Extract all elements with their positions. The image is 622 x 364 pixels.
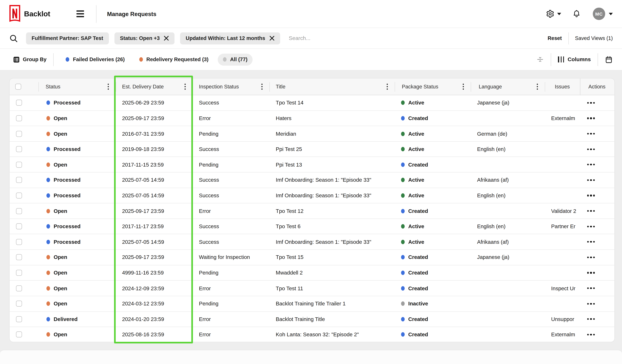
row-actions-button[interactable] [586, 131, 596, 136]
row-actions-button[interactable] [586, 270, 596, 275]
group-by-button[interactable]: Group By [13, 56, 46, 62]
row-actions-button[interactable] [586, 209, 596, 213]
est-delivery-date-value: 2024-12-09 23:59 [122, 285, 164, 291]
columns-button[interactable]: Columns [558, 57, 591, 62]
row-checkbox[interactable] [16, 270, 22, 276]
saved-views-button[interactable]: Saved Views (1) [575, 35, 613, 41]
group-by-label: Group By [23, 57, 47, 62]
column-menu-icon[interactable] [260, 83, 264, 91]
row-actions-button[interactable] [586, 100, 596, 105]
filter-chip-updated-within[interactable]: Updated Within: Last 12 months [180, 32, 280, 44]
row-checkbox[interactable] [16, 115, 22, 121]
quick-filter-redelivery-requested[interactable]: Redelivery Requested (3) [134, 54, 214, 65]
quick-filter-all[interactable]: All (77) [218, 54, 253, 65]
issues-value: Externalm [551, 332, 575, 338]
language-value: Afrikaans (af) [477, 239, 509, 245]
table-row: Open 2025-09-17 23:59 Error Tpo Test 12 … [10, 204, 614, 219]
title-value: Tpo Test 14 [276, 100, 303, 106]
row-checkbox[interactable] [16, 131, 22, 137]
filter-chip-fulfillment-partner[interactable]: Fulfillment Partner: SAP Test [26, 32, 109, 44]
reset-filters-button[interactable]: Reset [548, 35, 562, 41]
user-menu-button[interactable]: MC [593, 8, 613, 20]
row-height-icon[interactable] [536, 56, 544, 63]
row-checkbox[interactable] [16, 146, 22, 152]
row-actions-button[interactable] [586, 116, 596, 121]
title-value: Backlot Training Title Trailer 1 [276, 301, 346, 307]
package-status-label: Created [408, 254, 428, 260]
column-header-title[interactable]: Title [276, 84, 285, 90]
row-checkbox[interactable] [16, 332, 22, 338]
row-actions-button[interactable] [586, 224, 596, 229]
row-actions-button[interactable] [586, 332, 596, 337]
column-menu-icon[interactable] [536, 83, 539, 91]
status-dot [46, 317, 50, 321]
brand-name: Backlot [24, 9, 50, 18]
column-header-package-status[interactable]: Package Status [402, 84, 438, 90]
row-actions-button[interactable] [586, 193, 596, 198]
row-checkbox[interactable] [16, 177, 22, 183]
title-value: Backlot Training Title [276, 316, 325, 322]
column-menu-icon[interactable] [462, 83, 465, 91]
row-actions-button[interactable] [586, 239, 596, 244]
filter-chip-label: Updated Within: Last 12 months [186, 35, 265, 41]
remove-filter-icon[interactable] [164, 36, 169, 41]
column-header-issues[interactable]: Issues [555, 84, 570, 90]
row-checkbox[interactable] [16, 162, 22, 168]
package-status-dot [401, 255, 405, 260]
row-checkbox[interactable] [16, 301, 22, 307]
row-checkbox[interactable] [16, 285, 22, 291]
column-header-est-delivery-date[interactable]: Est. Delivery Date [122, 84, 164, 90]
package-status-dot [401, 100, 405, 105]
status-label: Processed [54, 224, 80, 230]
hamburger-menu-icon[interactable] [75, 9, 86, 19]
quick-filter-failed-deliveries[interactable]: Failed Deliveries (26) [60, 54, 130, 65]
row-checkbox[interactable] [16, 239, 22, 245]
status-label: Open [54, 301, 67, 307]
row-actions-button[interactable] [586, 162, 596, 167]
inspection-status-value: Error [199, 285, 211, 291]
column-header-status[interactable]: Status [46, 84, 60, 90]
row-actions-button[interactable] [586, 178, 596, 182]
status-dot [46, 178, 50, 182]
table-row: Processed 2025-06-29 23:59 Success Tpo T… [10, 95, 614, 111]
column-menu-icon[interactable] [183, 83, 187, 91]
row-actions-button[interactable] [586, 317, 596, 322]
search-input[interactable] [288, 35, 548, 42]
package-status-dot [401, 209, 405, 213]
row-checkbox[interactable] [16, 192, 22, 198]
row-checkbox[interactable] [16, 208, 22, 214]
row-checkbox[interactable] [16, 254, 22, 260]
inspection-status-value: Error [199, 115, 211, 121]
row-checkbox[interactable] [16, 224, 22, 230]
column-menu-icon[interactable] [106, 83, 110, 91]
filter-chip-status[interactable]: Status: Open +3 [114, 32, 175, 44]
column-header-inspection-status[interactable]: Inspection Status [199, 84, 239, 90]
table-row: Open 2025-08-16 23:59 Error Koh Lanta: S… [10, 327, 614, 342]
package-status-label: Active [408, 177, 424, 183]
row-checkbox[interactable] [16, 316, 22, 322]
table-header-row: Status Est. Delivery Date Inspection Sta… [10, 78, 614, 95]
calendar-icon[interactable] [605, 56, 613, 63]
row-checkbox[interactable] [16, 100, 22, 106]
row-actions-button[interactable] [586, 286, 596, 291]
table-row: Open 2016-07-31 23:59 Pending Meridian A… [10, 126, 614, 142]
remove-filter-icon[interactable] [269, 36, 274, 41]
table-row: Open 2024-03-12 23:59 Pending Backlot Tr… [10, 296, 614, 312]
table-row: Processed 2025-07-05 14:59 Success Imf O… [10, 234, 614, 250]
settings-menu-button[interactable] [546, 10, 561, 18]
column-header-language[interactable]: Language [479, 84, 502, 90]
row-actions-button[interactable] [586, 147, 596, 152]
column-menu-icon[interactable] [386, 83, 389, 91]
select-all-checkbox[interactable] [15, 84, 21, 90]
row-actions-button[interactable] [586, 255, 596, 260]
title-value: Imf Onboarding: Season 1: "Episode 33" [276, 177, 371, 183]
package-status-dot [401, 240, 405, 244]
toolbar-divider [551, 53, 551, 66]
requests-table: Status Est. Delivery Date Inspection Sta… [9, 78, 615, 342]
status-dot [223, 57, 227, 62]
status-label: Open [54, 162, 67, 168]
row-actions-button[interactable] [586, 301, 596, 306]
status-dot [139, 57, 143, 62]
notifications-button[interactable] [572, 10, 581, 18]
netflix-logo[interactable] [9, 5, 20, 23]
